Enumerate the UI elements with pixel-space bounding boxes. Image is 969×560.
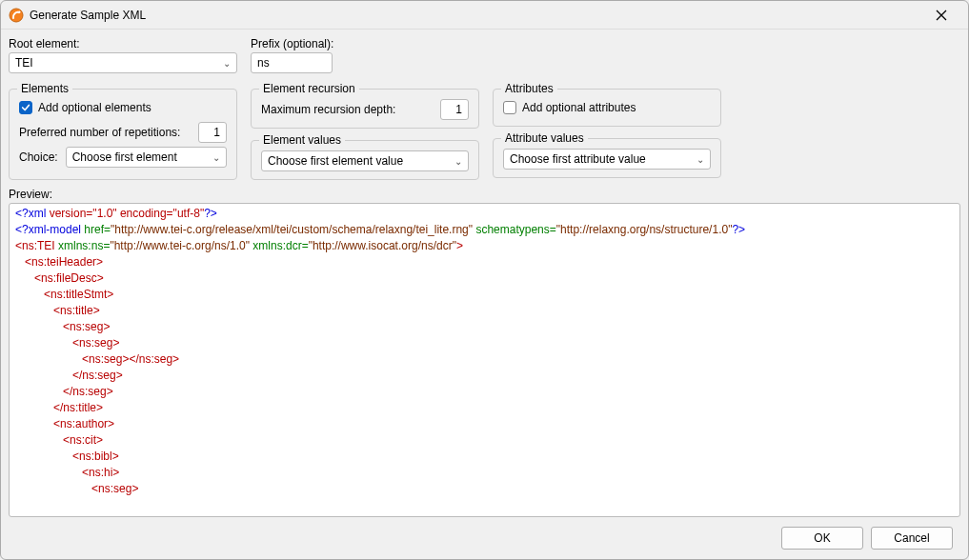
close-button[interactable] bbox=[922, 4, 960, 27]
choice-label: Choice: bbox=[19, 150, 58, 164]
recursion-fieldset: Element recursion Maximum recursion dept… bbox=[251, 89, 479, 129]
options-row: Elements Add optional elements Preferred… bbox=[9, 83, 960, 180]
root-element-select[interactable]: TEI ⌄ bbox=[9, 52, 237, 73]
attribute-values-value: Choose first attribute value bbox=[510, 152, 646, 166]
add-optional-elements-checkbox[interactable] bbox=[19, 101, 32, 114]
window-title: Generate Sample XML bbox=[30, 9, 922, 22]
recursion-depth-input[interactable] bbox=[440, 99, 469, 120]
add-optional-attributes-row: Add optional attributes bbox=[503, 99, 711, 116]
right-column: Attributes Add optional attributes Attri… bbox=[493, 83, 721, 180]
element-values-value: Choose first element value bbox=[268, 154, 403, 168]
dialog-body: Root element: TEI ⌄ Prefix (optional): E… bbox=[1, 30, 968, 559]
repetitions-row: Preferred number of repetitions: bbox=[19, 122, 227, 143]
repetitions-input[interactable] bbox=[198, 122, 227, 143]
root-element-label: Root element: bbox=[9, 37, 237, 50]
recursion-depth-label: Maximum recursion depth: bbox=[261, 103, 395, 116]
middle-column: Element recursion Maximum recursion dept… bbox=[251, 83, 479, 180]
add-optional-elements-row: Add optional elements bbox=[19, 99, 227, 116]
element-values-select[interactable]: Choose first element value ⌄ bbox=[261, 150, 469, 171]
attribute-values-legend: Attribute values bbox=[501, 131, 588, 145]
close-icon bbox=[936, 10, 947, 21]
root-element-value: TEI bbox=[15, 56, 33, 70]
titlebar: Generate Sample XML bbox=[1, 1, 968, 30]
choice-row: Choice: Choose first element ⌄ bbox=[19, 147, 227, 168]
attribute-values-select[interactable]: Choose first attribute value ⌄ bbox=[503, 149, 711, 170]
ok-button[interactable]: OK bbox=[781, 527, 863, 550]
elements-legend: Elements bbox=[17, 82, 72, 95]
cancel-button[interactable]: Cancel bbox=[871, 527, 953, 550]
prefix-label: Prefix (optional): bbox=[251, 37, 333, 50]
add-optional-attributes-checkbox[interactable] bbox=[503, 101, 516, 114]
choice-value: Choose first element bbox=[72, 150, 177, 164]
attributes-fieldset: Attributes Add optional attributes bbox=[493, 89, 721, 127]
preview-label: Preview: bbox=[9, 188, 960, 201]
element-values-legend: Element values bbox=[259, 133, 345, 147]
app-icon bbox=[9, 8, 24, 23]
attributes-legend: Attributes bbox=[501, 82, 557, 95]
dialog-window: Generate Sample XML Root element: TEI ⌄ … bbox=[0, 0, 969, 560]
svg-point-0 bbox=[10, 9, 23, 22]
add-optional-elements-label: Add optional elements bbox=[38, 101, 151, 114]
preview-box: <?xml version="1.0" encoding="utf-8"?> <… bbox=[9, 203, 960, 517]
dialog-footer: OK Cancel bbox=[9, 517, 960, 559]
top-input-row: Root element: TEI ⌄ Prefix (optional): bbox=[9, 37, 960, 73]
choice-select[interactable]: Choose first element ⌄ bbox=[66, 147, 227, 168]
preview-content[interactable]: <?xml version="1.0" encoding="utf-8"?> <… bbox=[10, 204, 959, 516]
element-values-fieldset: Element values Choose first element valu… bbox=[251, 140, 479, 180]
recursion-depth-row: Maximum recursion depth: bbox=[261, 99, 469, 120]
elements-fieldset: Elements Add optional elements Preferred… bbox=[9, 89, 237, 180]
recursion-legend: Element recursion bbox=[259, 82, 359, 95]
root-element-block: Root element: TEI ⌄ bbox=[9, 37, 237, 73]
chevron-down-icon: ⌄ bbox=[223, 58, 231, 69]
repetitions-label: Preferred number of repetitions: bbox=[19, 126, 180, 139]
prefix-block: Prefix (optional): bbox=[251, 37, 333, 73]
chevron-down-icon: ⌄ bbox=[696, 154, 704, 165]
prefix-input[interactable] bbox=[251, 52, 333, 73]
attribute-values-fieldset: Attribute values Choose first attribute … bbox=[493, 138, 721, 178]
chevron-down-icon: ⌄ bbox=[454, 156, 462, 167]
chevron-down-icon: ⌄ bbox=[212, 152, 220, 163]
add-optional-attributes-label: Add optional attributes bbox=[522, 101, 636, 114]
